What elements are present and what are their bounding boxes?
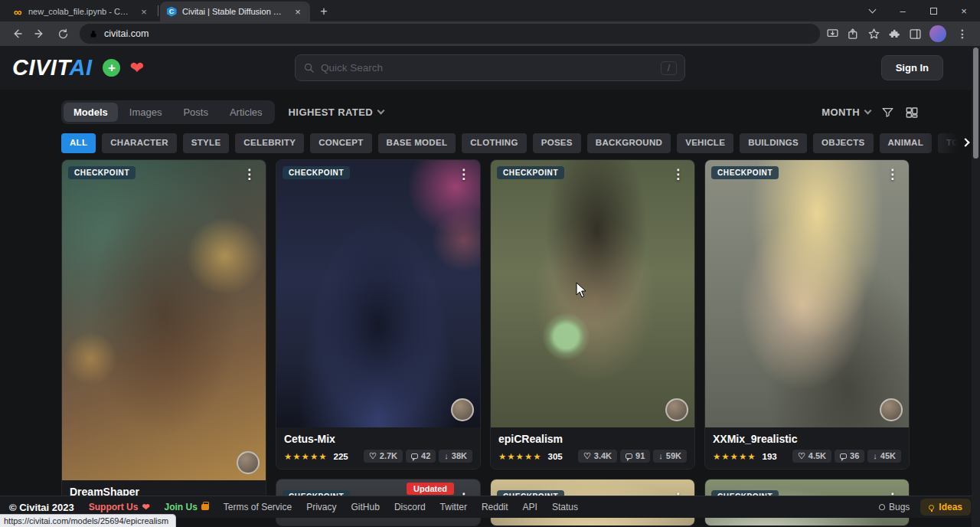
chip-character[interactable]: CHARACTER xyxy=(102,133,177,153)
model-preview-image[interactable]: CHECKPOINT ⋮ xyxy=(491,160,694,427)
side-panel-icon[interactable] xyxy=(909,28,922,41)
search-icon xyxy=(303,62,315,74)
chip-animal[interactable]: ANIMAL xyxy=(880,133,933,153)
favorites-heart-icon[interactable]: ❤ xyxy=(129,60,143,77)
chip-vehicle[interactable]: VEHICLE xyxy=(677,133,733,153)
likes-pill[interactable]: ♡ 3.4K xyxy=(578,450,617,463)
civitai-logo[interactable]: CIVITAI xyxy=(12,55,92,80)
period-dropdown[interactable]: MONTH xyxy=(822,106,871,118)
chip-celebrity[interactable]: CELEBRITY xyxy=(235,133,304,153)
reddit-link[interactable]: Reddit xyxy=(482,502,508,512)
creator-avatar[interactable] xyxy=(880,398,903,421)
model-type-badge: CHECKPOINT xyxy=(711,166,779,179)
card-menu-icon[interactable]: ⋮ xyxy=(239,165,260,184)
downloads-pill[interactable]: ↓ 59K xyxy=(653,450,687,463)
model-card-xxmix9realistic[interactable]: CHECKPOINT ⋮ XXMix_9realistic ★★★★★ 193 … xyxy=(704,159,910,470)
creator-avatar[interactable] xyxy=(451,398,474,421)
chip-base-model[interactable]: BASE MODEL xyxy=(378,133,456,153)
star-rating-icon: ★★★★★ xyxy=(713,451,756,462)
page-scrollbar[interactable] xyxy=(972,46,980,527)
chip-concept[interactable]: CONCEPT xyxy=(310,133,371,153)
share-icon[interactable] xyxy=(847,28,860,41)
window-maximize-button[interactable] xyxy=(920,1,946,21)
model-stats: ★★★★★ 193 ♡ 4.5K 36 ↓ 45K xyxy=(713,450,901,463)
heart-icon: ♡ xyxy=(798,452,805,460)
install-icon[interactable] xyxy=(826,28,839,41)
chip-all[interactable]: ALL xyxy=(61,133,96,153)
chip-style[interactable]: STYLE xyxy=(183,133,230,153)
tab-close-icon[interactable]: × xyxy=(138,5,150,18)
creator-avatar[interactable] xyxy=(665,398,688,421)
bugs-button[interactable]: Bugs xyxy=(879,502,910,512)
api-link[interactable]: API xyxy=(523,502,537,512)
comment-icon xyxy=(840,453,847,459)
window-close-button[interactable]: × xyxy=(951,1,977,21)
model-title: epiCRealism xyxy=(498,433,687,445)
bookmark-star-icon[interactable] xyxy=(867,28,880,41)
filter-funnel-icon[interactable] xyxy=(881,106,894,119)
tab-close-icon[interactable]: × xyxy=(292,5,304,18)
twitter-link[interactable]: Twitter xyxy=(440,502,467,512)
github-link[interactable]: GitHub xyxy=(351,502,380,512)
chip-clothing[interactable]: CLOTHING xyxy=(462,133,526,153)
scrollbar-thumb[interactable] xyxy=(973,47,978,159)
search-input[interactable] xyxy=(321,62,655,74)
sort-dropdown[interactable]: HIGHEST RATED xyxy=(289,106,384,118)
privacy-link[interactable]: Privacy xyxy=(306,502,336,512)
search-bar[interactable]: / xyxy=(295,54,685,81)
card-menu-icon[interactable]: ⋮ xyxy=(453,165,474,184)
card-menu-icon[interactable]: ⋮ xyxy=(882,165,903,184)
support-us-link[interactable]: Support Us ❤ xyxy=(89,502,150,512)
category-chip-row: ALL CHARACTER STYLE CELEBRITY CONCEPT BA… xyxy=(0,124,980,153)
join-us-link[interactable]: Join Us xyxy=(164,502,208,512)
ideas-button[interactable]: Ideas xyxy=(920,499,971,516)
comments-pill[interactable]: 42 xyxy=(406,450,436,463)
new-tab-button[interactable]: + xyxy=(315,2,333,21)
rating-count: 193 xyxy=(763,452,777,461)
chevron-right-icon xyxy=(961,138,969,146)
tab-title: new_colab_file.ipynb - Colaborat xyxy=(28,7,132,16)
slash-shortcut-key: / xyxy=(661,61,677,75)
status-link[interactable]: Status xyxy=(552,502,578,512)
model-card-epicrealism[interactable]: CHECKPOINT ⋮ epiCRealism ★★★★★ 305 ♡ 3.4… xyxy=(490,159,695,470)
tab-posts[interactable]: Posts xyxy=(173,103,218,122)
terms-link[interactable]: Terms of Service xyxy=(224,502,292,512)
forward-button[interactable] xyxy=(29,23,51,44)
create-plus-button[interactable]: + xyxy=(103,59,120,77)
creator-avatar[interactable] xyxy=(237,451,260,474)
model-preview-image[interactable]: CHECKPOINT ⋮ xyxy=(705,160,909,427)
extensions-puzzle-icon[interactable] xyxy=(888,28,901,41)
model-preview-image[interactable]: CHECKPOINT ⋮ xyxy=(276,160,480,427)
url-bar[interactable]: civitai.com xyxy=(80,24,820,44)
tab-civitai[interactable]: C Civitai | Stable Diffusion models, × xyxy=(160,2,310,21)
tab-search-chevron-icon[interactable] xyxy=(859,1,885,21)
chip-objects[interactable]: OBJECTS xyxy=(813,133,873,153)
chip-buildings[interactable]: BUILDINGS xyxy=(740,133,807,153)
back-button[interactable] xyxy=(6,23,28,44)
reload-button[interactable] xyxy=(52,23,74,44)
layout-grid-icon[interactable] xyxy=(905,106,919,119)
comments-pill[interactable]: 91 xyxy=(620,450,650,463)
chip-background[interactable]: BACKGROUND xyxy=(587,133,671,153)
model-card-cetus-mix[interactable]: CHECKPOINT ⋮ Cetus-Mix ★★★★★ 225 ♡ 2.7K xyxy=(276,159,481,470)
tab-colab[interactable]: ∞ new_colab_file.ipynb - Colaborat × xyxy=(6,2,156,21)
category-scroll-right[interactable] xyxy=(926,132,972,153)
comments-pill[interactable]: 36 xyxy=(835,450,864,463)
tab-articles[interactable]: Articles xyxy=(220,103,273,122)
browser-menu-icon[interactable]: ⋮ xyxy=(954,28,971,40)
model-card-dreamshaper[interactable]: CHECKPOINT ⋮ DreamShaper xyxy=(61,159,266,505)
tab-images[interactable]: Images xyxy=(119,103,172,122)
sign-in-button[interactable]: Sign In xyxy=(881,55,943,80)
window-minimize-button[interactable]: – xyxy=(890,1,916,21)
tab-models[interactable]: Models xyxy=(64,103,118,122)
downloads-pill[interactable]: ↓ 45K xyxy=(867,450,901,463)
model-preview-image[interactable]: CHECKPOINT ⋮ xyxy=(62,160,266,480)
browser-profile-avatar[interactable] xyxy=(929,25,946,42)
likes-pill[interactable]: ♡ 2.7K xyxy=(364,450,403,463)
discord-link[interactable]: Discord xyxy=(394,502,426,512)
rating-count: 305 xyxy=(548,452,563,461)
chip-poses[interactable]: POSES xyxy=(533,133,581,153)
likes-pill[interactable]: ♡ 4.5K xyxy=(792,450,831,463)
downloads-pill[interactable]: ↓ 38K xyxy=(439,450,472,463)
card-menu-icon[interactable]: ⋮ xyxy=(668,165,688,184)
